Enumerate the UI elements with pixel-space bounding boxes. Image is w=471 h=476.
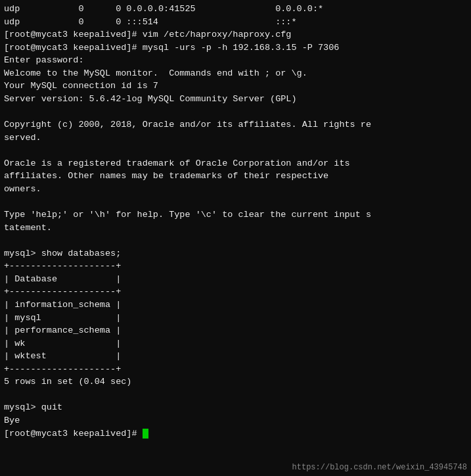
terminal-output: udp 0 0 0.0.0.0:41525 0.0.0.0:* udp 0 0 … bbox=[4, 3, 467, 440]
watermark: https://blog.csdn.net/weixin_43945748 bbox=[292, 463, 467, 472]
terminal-cursor bbox=[143, 429, 148, 439]
terminal-window: udp 0 0 0.0.0.0:41525 0.0.0.0:* udp 0 0 … bbox=[0, 0, 471, 476]
